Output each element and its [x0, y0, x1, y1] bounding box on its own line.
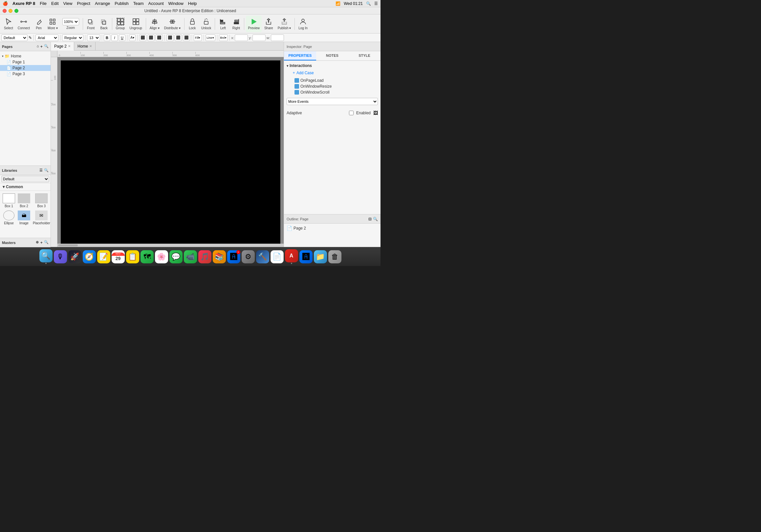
menu-account[interactable]: Account: [148, 1, 164, 6]
dock-notes[interactable]: 📝: [97, 250, 110, 264]
share-button[interactable]: Share: [262, 16, 275, 32]
widget-box1[interactable]: Box 1: [2, 193, 16, 208]
right-align-button[interactable]: Right: [230, 16, 242, 32]
back-button[interactable]: Back: [98, 16, 110, 32]
masters-plus-icon[interactable]: +: [40, 240, 43, 245]
dock-settings[interactable]: ⚙: [242, 250, 255, 264]
front-button[interactable]: Front: [85, 16, 97, 32]
dock-books[interactable]: 📚: [213, 250, 226, 264]
valign-top-button[interactable]: ⬛: [166, 34, 174, 41]
horizontal-scrollbar[interactable]: [58, 244, 78, 246]
event-onwindowresize[interactable]: OnWindowResize: [287, 84, 378, 89]
adaptive-image-button[interactable]: 🖼: [373, 110, 378, 116]
y-input[interactable]: [253, 34, 265, 41]
canvas-tab-page2[interactable]: Page 2 ✕: [51, 42, 74, 51]
more-events-select[interactable]: More Events: [287, 98, 378, 105]
page-item-page3[interactable]: 📄 Page 3: [0, 71, 51, 77]
dock-xcode[interactable]: 🔨: [256, 250, 269, 264]
dock-music[interactable]: 🎵: [198, 250, 211, 264]
outline-item-page2[interactable]: 📄 Page 2: [287, 225, 378, 231]
menu-file[interactable]: File: [40, 1, 47, 6]
more-tool[interactable]: More ▾: [46, 16, 60, 32]
bold-button[interactable]: B: [104, 34, 110, 41]
w-input[interactable]: [271, 34, 284, 41]
menu-publish[interactable]: Publish: [115, 1, 129, 6]
align-right-button[interactable]: ⬛: [156, 34, 163, 41]
canvas-scroll[interactable]: [57, 57, 284, 247]
line-color-button[interactable]: Line▾: [205, 34, 215, 41]
lib-list-icon[interactable]: ☰: [39, 168, 43, 172]
font-color-button[interactable]: A▾: [129, 34, 136, 41]
add-case-button[interactable]: ＋ Add Case: [292, 70, 378, 76]
interactions-section-header[interactable]: ▾ Interactions: [287, 63, 378, 68]
dock-axure[interactable]: A: [285, 249, 298, 264]
outline-filter-icon[interactable]: ⊟: [368, 217, 372, 221]
search-icon[interactable]: 🔍: [366, 1, 371, 6]
page-item-page2[interactable]: 📄 Page 2: [0, 65, 51, 71]
dock-messages[interactable]: 💬: [169, 250, 183, 264]
fill-color-button[interactable]: Fill▾: [194, 34, 202, 41]
weight-select[interactable]: Regular: [62, 34, 84, 41]
group-button[interactable]: Group: [114, 16, 127, 32]
pen-tool[interactable]: Pen: [32, 16, 45, 32]
page-group-home-header[interactable]: ▾ 📁 Home: [0, 53, 51, 59]
menu-icon[interactable]: ☰: [374, 1, 378, 6]
dock-trash[interactable]: 🗑: [328, 250, 341, 264]
publish-button[interactable]: Publish ▾: [276, 16, 293, 32]
zoom-control[interactable]: 100%75%50%150% Zoom: [60, 16, 81, 32]
tab-properties[interactable]: PROPERTIES: [284, 51, 316, 60]
align-left-button[interactable]: ⬛: [139, 34, 146, 41]
dock-finder2[interactable]: 📁: [314, 250, 327, 264]
lock-button[interactable]: Lock: [186, 16, 199, 32]
widget-box2[interactable]: Box 2: [17, 193, 31, 208]
canvas-drawing-area[interactable]: [61, 60, 280, 244]
event-onpageload[interactable]: OnPageLoad: [287, 78, 378, 84]
dock-photos[interactable]: 🌸: [155, 250, 168, 264]
masters-add-icon[interactable]: ⊕: [36, 240, 39, 245]
menu-view[interactable]: View: [63, 1, 73, 6]
login-button[interactable]: Log In: [296, 16, 310, 32]
widget-ellipse[interactable]: Ellipse: [2, 210, 16, 226]
pages-home-icon[interactable]: ⌂: [37, 44, 39, 49]
border-button[interactable]: Brd▾: [219, 34, 228, 41]
menu-window[interactable]: Window: [168, 1, 184, 6]
unlock-button[interactable]: Unlock: [199, 16, 213, 32]
style-edit-icon[interactable]: ✎: [29, 35, 32, 40]
x-input[interactable]: [235, 34, 248, 41]
menu-project[interactable]: Project: [77, 1, 90, 6]
menu-arrange[interactable]: Arrange: [95, 1, 110, 6]
dock-appstore[interactable]: 🅰 1: [227, 250, 240, 264]
dock-textedit[interactable]: 📄: [270, 250, 284, 264]
distribute-button[interactable]: Distribute ▾: [162, 16, 183, 32]
style-select[interactable]: Default: [1, 34, 28, 41]
menu-edit[interactable]: Edit: [51, 1, 58, 6]
masters-search-icon[interactable]: 🔍: [44, 240, 49, 245]
left-align-button[interactable]: Left: [217, 16, 229, 32]
close-button[interactable]: [3, 9, 7, 13]
dock-launchpad[interactable]: 🚀: [68, 250, 82, 264]
zoom-select[interactable]: 100%75%50%150%: [62, 18, 79, 25]
dock-maps[interactable]: 🗺: [141, 250, 154, 264]
ungroup-button[interactable]: Ungroup: [127, 16, 144, 32]
font-select[interactable]: Arial: [35, 34, 58, 41]
align-button[interactable]: Align ▾: [148, 16, 161, 32]
dock-reminders[interactable]: 📋: [126, 250, 139, 264]
menu-team[interactable]: Team: [133, 1, 144, 6]
dock-finder[interactable]: 🔍: [39, 249, 52, 264]
preview-button[interactable]: Preview: [246, 16, 262, 32]
tab-home-close[interactable]: ✕: [89, 44, 92, 48]
dock-appstore2[interactable]: 🅰: [299, 250, 313, 264]
minimize-button[interactable]: [9, 9, 13, 13]
valign-mid-button[interactable]: ⬛: [175, 34, 182, 41]
dock-facetime[interactable]: 📹: [184, 250, 197, 264]
pages-search-icon[interactable]: 🔍: [44, 44, 49, 49]
valign-bot-button[interactable]: ⬛: [183, 34, 190, 41]
dock-siri[interactable]: 🎙: [54, 250, 67, 264]
widget-placeholder[interactable]: ✉ Placeholder: [32, 210, 51, 226]
event-onwindowscroll[interactable]: OnWindowScroll: [287, 89, 378, 95]
library-select[interactable]: Default: [1, 176, 49, 182]
lib-search-icon[interactable]: 🔍: [44, 168, 49, 172]
pages-add-icon[interactable]: +: [40, 44, 43, 49]
dock-safari[interactable]: 🧭: [83, 250, 96, 264]
outline-search-icon[interactable]: 🔍: [373, 217, 378, 221]
